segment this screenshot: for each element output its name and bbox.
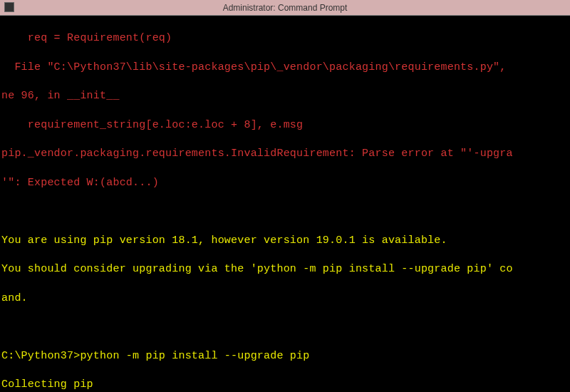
error-line: ne 96, in __init__: [1, 89, 569, 103]
error-line: req = Requirement(req): [1, 31, 569, 46]
terminal-viewport[interactable]: req = Requirement(req) File "C:\Python37…: [0, 16, 570, 392]
notice-line: and.: [1, 292, 569, 306]
error-line: requirement_string[e.loc:e.loc + 8], e.m…: [1, 118, 569, 133]
output-line: Collecting pip: [1, 378, 569, 392]
blank-line: [1, 205, 569, 219]
window-title: Administrator: Command Prompt: [223, 3, 348, 13]
notice-line: You are using pip version 18.1, however …: [1, 234, 569, 248]
error-line: pip._vendor.packaging.requirements.Inval…: [1, 147, 569, 161]
blank-line: [1, 320, 569, 334]
command-line: C:\Python37>python -m pip install --upgr…: [1, 349, 569, 363]
error-line: '": Expected W:(abcd...): [1, 176, 569, 190]
prompt: C:\Python37>: [1, 350, 80, 362]
window-titlebar: Administrator: Command Prompt: [0, 0, 570, 16]
error-line: File "C:\Python37\lib\site-packages\pip\…: [1, 61, 569, 75]
cmd-icon: [4, 2, 14, 12]
notice-line: You should consider upgrading via the 'p…: [1, 262, 569, 277]
command-text: python -m pip install --upgrade pip: [80, 350, 309, 362]
